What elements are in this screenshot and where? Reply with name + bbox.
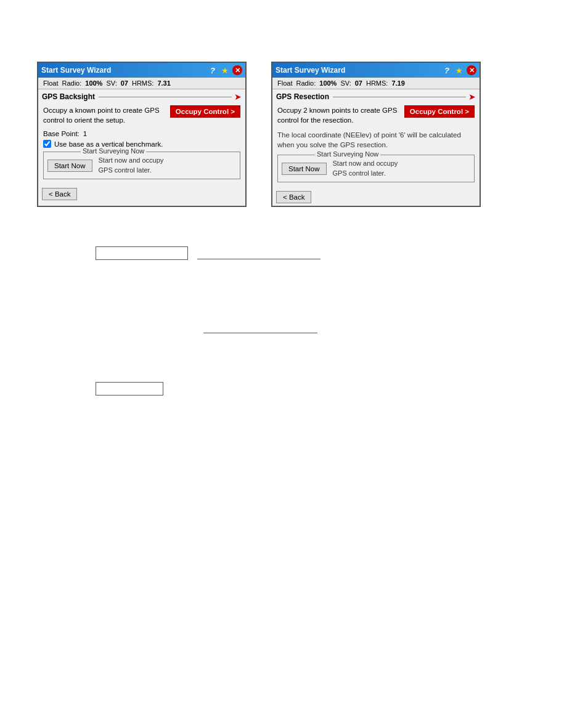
resection-wizard-window: Start Survey Wizard ? ★ ✕ Float Radio: 1… — [271, 62, 481, 207]
hrms-value-2: 7.19 — [391, 79, 404, 87]
radio-value-2: 100% — [319, 79, 337, 87]
sv-label-1: SV: — [106, 79, 116, 87]
content-text-1: Occupy a known point to create GPS contr… — [43, 105, 165, 125]
annotation-rect-1 — [96, 246, 188, 260]
title-bar-2: Start Survey Wizard ? ★ ✕ — [272, 63, 480, 78]
content-text-2: Occupy 2 known points to create GPS cont… — [277, 105, 399, 125]
section-header-1: GPS Backsight ➤ — [38, 89, 245, 103]
section-title-2: GPS Resection — [276, 92, 329, 101]
sv-label-2: SV: — [340, 79, 351, 87]
content-area-1: Occupy a known point to create GPS contr… — [38, 103, 245, 185]
window2-title: Start Survey Wizard — [276, 66, 439, 75]
start-surveying-label-2: Start Surveying Now — [315, 150, 380, 158]
hrms-label-2: HRMS: — [366, 79, 388, 87]
bottom-bar-2: < Back — [272, 189, 480, 206]
close-icon-1[interactable]: ✕ — [232, 65, 242, 75]
annotation-rect-2 — [96, 382, 163, 396]
window1-title: Start Survey Wizard — [41, 66, 205, 75]
radio-label-1: Radio: — [62, 79, 81, 87]
start-now-desc-2: Start now and occupy GPS control later. — [333, 159, 398, 178]
content-area-2: Occupy 2 known points to create GPS cont… — [272, 103, 480, 189]
base-point-label: Base Point: — [43, 130, 80, 137]
backsight-wizard-window: Start Survey Wizard ? ★ ✕ Float Radio: 1… — [37, 62, 247, 207]
star-icon-1[interactable]: ★ — [220, 65, 230, 75]
annotation-box-1 — [96, 246, 188, 260]
bottom-bar-1: < Back — [38, 185, 245, 203]
close-icon-2[interactable]: ✕ — [467, 65, 476, 75]
start-surveying-label-1: Start Surveying Now — [81, 147, 146, 155]
back-button-2[interactable]: < Back — [276, 191, 311, 203]
back-button-1[interactable]: < Back — [42, 188, 77, 200]
base-point-row: Base Point: 1 — [43, 130, 240, 137]
sv-value-1: 07 — [121, 79, 128, 87]
occupy-control-button-1[interactable]: Occupy Control > — [170, 105, 240, 118]
radio-value-1: 100% — [85, 79, 102, 87]
title-bar-1: Start Survey Wizard ? ★ ✕ — [38, 63, 245, 78]
benchmark-checkbox[interactable] — [43, 140, 51, 148]
float-label-2: Float — [277, 79, 292, 87]
gps-arrow-icon-2: ➤ — [468, 92, 476, 102]
hrms-value-1: 7.31 — [157, 79, 170, 87]
float-label-1: Float — [43, 79, 58, 87]
sv-value-2: 07 — [355, 79, 362, 87]
occupy-control-button-2[interactable]: Occupy Control > — [404, 105, 475, 118]
help-icon-2[interactable]: ? — [442, 65, 452, 75]
annotation-line-1 — [197, 259, 321, 259]
base-point-value: 1 — [83, 130, 87, 137]
hrms-label-1: HRMS: — [132, 79, 153, 87]
gps-arrow-icon-1: ➤ — [234, 92, 242, 102]
annotation-box-2 — [96, 382, 163, 396]
status-bar-1: Float Radio: 100% SV: 07 HRMS: 7.31 — [38, 78, 245, 89]
start-now-button-2[interactable]: Start Now — [282, 163, 327, 175]
status-bar-2: Float Radio: 100% SV: 07 HRMS: 7.19 — [272, 78, 480, 89]
section-title-1: GPS Backsight — [42, 92, 95, 101]
start-surveying-group-2: Start Surveying Now Start Now Start now … — [277, 155, 475, 182]
resection-info: The local coordinate (NEElev) of point '… — [277, 130, 475, 150]
help-icon-1[interactable]: ? — [208, 65, 218, 75]
annotation-line-2 — [203, 333, 317, 333]
start-now-button-1[interactable]: Start Now — [47, 160, 92, 172]
section-header-2: GPS Resection ➤ — [272, 89, 480, 103]
radio-label-2: Radio: — [296, 79, 316, 87]
star-icon-2[interactable]: ★ — [454, 65, 464, 75]
start-surveying-group-1: Start Surveying Now Start Now Start now … — [43, 152, 240, 179]
benchmark-label: Use base as a vertical benchmark. — [54, 140, 163, 148]
start-now-desc-1: Start now and occupy GPS control later. — [99, 156, 164, 175]
